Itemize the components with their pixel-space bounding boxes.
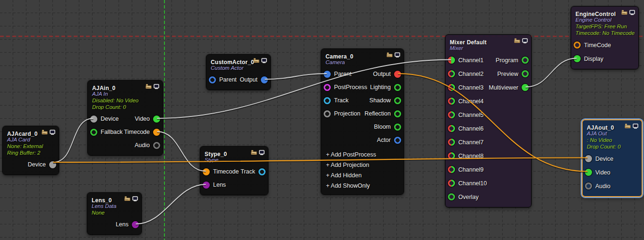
monitor-icon <box>629 10 635 15</box>
pin-program-output[interactable] <box>522 57 529 64</box>
keyboard-icon <box>621 10 627 15</box>
wire-mixer-multiviewer-to-enginecontrol-display[interactable] <box>526 58 577 87</box>
node-enginecontrol[interactable]: EngineControl Engine Control TargetFPS: … <box>571 6 639 69</box>
node-status: Ring Buffer: 2 <box>3 149 59 156</box>
pin-label: Fallback <box>101 129 123 135</box>
node-title: EngineControl <box>575 11 616 17</box>
node-ajaout[interactable]: AJAout_0 AJA Out : No Video Drop Count: … <box>582 119 643 197</box>
monitor-icon <box>50 130 55 135</box>
pin-label: Output <box>373 71 391 77</box>
node-status: TargetFPS: Free Run <box>571 23 638 30</box>
node-status: Drop Count: 0 <box>583 143 642 150</box>
pin-row: Display <box>571 52 638 66</box>
pin-row: Device <box>3 158 59 171</box>
pin-channel4-input[interactable] <box>448 98 455 105</box>
node-mixer[interactable]: Mixer Default Mixer Channel1 Program Cha… <box>445 34 532 207</box>
pin-label: TimeCode <box>584 42 611 49</box>
node-ajacard[interactable]: AJAcard_0 AJA Card None: External Ring B… <box>2 126 59 175</box>
monitor-icon <box>395 52 400 58</box>
pin-label: Video <box>595 169 610 176</box>
pin-label: Lens <box>116 221 129 228</box>
pin-reflection-output[interactable] <box>394 110 401 117</box>
pin-row: Lens <box>200 178 268 191</box>
monitor-icon <box>132 196 138 201</box>
pin-channel9-input[interactable] <box>448 166 455 173</box>
node-title: Stype_0 <box>205 151 227 157</box>
node-lens[interactable]: Lens_0 Lens Data None Lens <box>87 192 142 235</box>
node-subtitle: Custom Actor <box>206 65 270 71</box>
pin-label: Lighting <box>370 84 391 91</box>
pin-label: Channel3 <box>458 84 484 91</box>
pin-label: Device <box>595 156 613 162</box>
monitor-icon <box>259 150 265 155</box>
node-ajain[interactable]: AJAin_0 AJA In Disabled: No Video Drop C… <box>87 80 163 156</box>
pin-label: Parent <box>219 76 237 83</box>
pin-label: Channel4 <box>458 98 484 105</box>
node-subtitle: AJA Card <box>3 136 59 143</box>
pin-audio-output[interactable] <box>153 142 160 149</box>
node-subtitle: Lens Data <box>87 203 141 209</box>
node-status: Disabled: No Video <box>88 97 163 104</box>
pin-row: Audio <box>583 179 642 193</box>
node-subtitle: Stype <box>200 157 268 163</box>
pin-row: Channel9 <box>446 163 531 176</box>
pin-timecode-input[interactable] <box>574 41 581 49</box>
pin-timecode-input[interactable] <box>203 168 210 175</box>
node-subtitle: AJA In <box>88 91 163 97</box>
pin-bloom-output[interactable] <box>394 124 401 131</box>
pin-label: Timecode <box>213 168 239 175</box>
keyboard-icon <box>251 150 257 155</box>
pin-projection-input[interactable] <box>324 110 331 117</box>
monitor-icon <box>154 84 159 89</box>
pin-channel10-input[interactable] <box>448 180 455 187</box>
pin-label: Display <box>584 56 603 62</box>
add-showonly-button[interactable]: + Add ShowOnly <box>321 181 404 191</box>
pin-row: Channel7 <box>446 135 531 149</box>
wire-ajain-video-to-mixer-channel1[interactable] <box>157 60 451 119</box>
pin-parent-input[interactable] <box>209 76 216 83</box>
pin-channel6-input[interactable] <box>448 125 455 132</box>
pin-preview-output[interactable] <box>522 70 529 77</box>
pin-device-input[interactable] <box>585 155 592 162</box>
pin-channel1-input[interactable] <box>448 57 455 64</box>
pin-row: Channel2 Preview <box>446 67 531 81</box>
pin-shadow-output[interactable] <box>394 97 401 104</box>
pin-channel2-input[interactable] <box>448 70 455 77</box>
add-postprocess-button[interactable]: + Add PostProcess <box>321 149 404 160</box>
graph-canvas[interactable]: AJAcard_0 AJA Card None: External Ring B… <box>0 0 644 240</box>
pin-video-output[interactable] <box>153 116 160 123</box>
pin-row: Channel6 <box>446 122 531 135</box>
add-projection-button[interactable]: + Add Projection <box>321 160 404 170</box>
add-hidden-button[interactable]: + Add Hidden <box>321 170 404 181</box>
wire-customactor-output-to-camera-parent[interactable] <box>265 74 327 79</box>
pin-row: Channel4 <box>446 94 531 108</box>
node-customactor[interactable]: CustomActor_0 Custom Actor Parent Output <box>206 54 271 90</box>
pin-channel7-input[interactable] <box>448 139 455 146</box>
pin-video-input[interactable] <box>585 169 592 176</box>
pin-track-input[interactable] <box>324 97 331 104</box>
keyboard-icon <box>625 124 631 129</box>
pin-label: Channel9 <box>458 166 484 173</box>
pin-output-output[interactable] <box>261 76 268 83</box>
pin-lighting-output[interactable] <box>394 84 401 91</box>
pin-fallback-input[interactable] <box>90 129 97 136</box>
pin-track-output[interactable] <box>258 168 266 175</box>
pin-postprocess-input[interactable] <box>324 84 331 91</box>
pin-row: Parent Output <box>206 73 270 86</box>
pin-audio-input[interactable] <box>585 182 592 190</box>
pin-label: Channel5 <box>458 112 484 118</box>
pin-label: Channel7 <box>458 139 484 146</box>
wire-ajain-timecode-to-stype-timecode[interactable] <box>157 132 206 171</box>
pin-parent-input[interactable] <box>324 71 331 78</box>
pin-overlay-input[interactable] <box>448 193 455 200</box>
pin-label: Preview <box>498 71 518 77</box>
pin-label: Timecode <box>124 129 150 135</box>
pin-channel5-input[interactable] <box>448 111 455 118</box>
pin-multiviewer-output[interactable] <box>522 84 529 91</box>
node-stype[interactable]: Stype_0 Stype Timecode Track Lens <box>200 146 268 195</box>
wire-lens-lens-to-stype-lens[interactable] <box>136 184 206 224</box>
node-title: Mixer Default <box>450 39 487 46</box>
pin-label: Output <box>240 76 258 83</box>
pin-lens-output[interactable] <box>132 221 139 228</box>
pin-actor-output[interactable] <box>394 137 401 144</box>
